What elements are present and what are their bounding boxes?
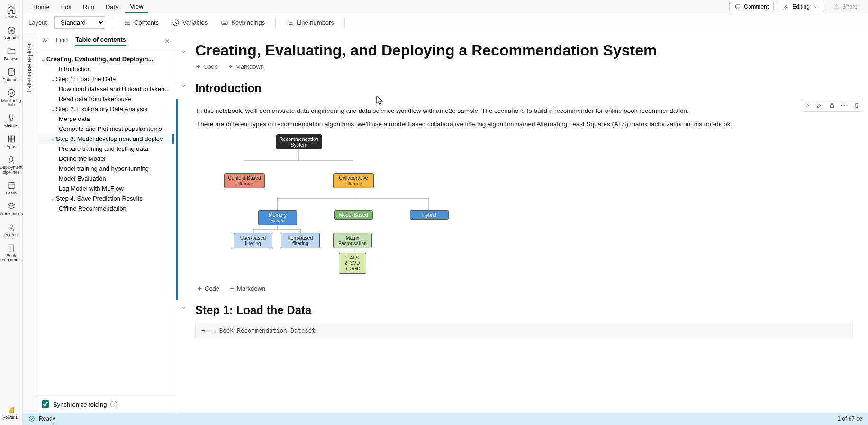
menu-edit[interactable]: Edit — [56, 1, 76, 12]
nav-create[interactable]: Create — [0, 23, 23, 44]
linenumbers-button[interactable]: Line numbers — [283, 19, 337, 27]
svg-rect-17 — [831, 105, 834, 107]
add-code-button[interactable]: Code — [195, 63, 218, 70]
svg-rect-12 — [10, 408, 12, 413]
nav-apps[interactable]: Apps — [0, 131, 23, 152]
plus-icon — [195, 64, 201, 70]
contents-button[interactable]: Contents — [121, 19, 162, 27]
toc-item[interactable]: Prepare training and testing data — [38, 144, 174, 154]
toc-item[interactable]: Offline Recommendation — [38, 203, 174, 213]
svg-point-3 — [10, 92, 12, 94]
diagram-node: User-based filtering — [234, 233, 272, 248]
plus-icon — [229, 286, 235, 292]
svg-rect-5 — [11, 136, 14, 139]
chevron-down-icon: ⌄ — [49, 135, 56, 142]
add-markdown-button[interactable]: Markdown — [227, 63, 264, 70]
nav-powerbi[interactable]: Power BI — [0, 402, 23, 423]
plus-circle-icon — [7, 26, 16, 35]
toc-item[interactable]: ⌄Step 4. Save Prediction Results — [38, 194, 174, 203]
fold-icon[interactable]: ⌄ — [181, 303, 187, 310]
cell-more-icon[interactable]: ⋯ — [839, 100, 850, 111]
chevron-down-icon: ⌄ — [49, 195, 56, 202]
nav-monitoring[interactable]: Monitoring hub — [0, 85, 23, 111]
cell-delete-icon[interactable] — [851, 100, 862, 111]
list-icon — [124, 19, 131, 27]
share-icon — [833, 3, 840, 10]
nav-metrics[interactable]: Metrics — [0, 111, 23, 131]
diagram-node: Matrix Factorisation — [333, 233, 372, 248]
chevron-down-icon — [813, 3, 819, 10]
toc-item[interactable]: Log Model with MLFlow — [38, 184, 174, 194]
layout-select[interactable]: Standard — [54, 16, 105, 29]
toc-tab[interactable]: Table of contents — [75, 36, 126, 46]
cell-edit-icon[interactable] — [814, 100, 825, 111]
collapse-panel-icon[interactable] — [42, 37, 48, 46]
toc-item[interactable]: ⌄Step 1: Load the Data — [38, 74, 174, 84]
find-tab[interactable]: Find — [56, 37, 68, 46]
toc-item[interactable]: ⌄Step 3. Model development and deploy — [38, 134, 174, 144]
plus-icon — [197, 286, 203, 292]
fold-icon[interactable]: ⌄ — [181, 46, 187, 54]
sync-folding-checkbox[interactable] — [42, 400, 49, 408]
home-icon — [7, 5, 16, 14]
variables-button[interactable]: Variables — [169, 19, 210, 27]
toc-item[interactable]: Model training and hyper-tunning — [38, 164, 174, 174]
svg-point-9 — [10, 225, 12, 227]
nav-deployment[interactable]: Deployment pipelines — [0, 152, 23, 178]
close-panel-icon[interactable]: ✕ — [164, 37, 170, 45]
nav-jenetest[interactable]: jenetest — [0, 220, 23, 240]
menu-data[interactable]: Data — [101, 1, 123, 12]
nav-home[interactable]: Home — [0, 2, 23, 23]
toc-root[interactable]: ⌄ Creating, Evaluating, and Deployin... — [38, 54, 174, 64]
svg-point-18 — [29, 416, 35, 422]
menu-home[interactable]: Home — [28, 1, 54, 12]
intro-paragraph: In this notebook, we'll demonstrate data… — [197, 106, 853, 116]
toc-item[interactable]: Download dataset and Upload to lakeh... — [38, 84, 174, 94]
svg-rect-16 — [222, 21, 227, 24]
svg-rect-4 — [8, 136, 11, 139]
layout-label: Layout — [28, 19, 47, 26]
toc-item[interactable]: Merge data — [38, 114, 174, 124]
nav-browse[interactable]: Browse — [0, 44, 23, 65]
comment-icon — [734, 3, 741, 10]
plus-icon — [227, 64, 234, 70]
nav-datahub[interactable]: Data hub — [0, 65, 23, 85]
nav-learn[interactable]: Learn — [0, 178, 23, 199]
add-code-button[interactable]: Code — [197, 285, 219, 292]
trophy-icon — [7, 113, 16, 123]
check-circle-icon — [28, 416, 35, 422]
info-icon[interactable]: i — [110, 401, 117, 407]
pencil-icon — [783, 3, 789, 10]
share-button[interactable]: Share — [828, 1, 862, 12]
diagram-node: 1. ALS 2. SVD 3. SGD — [339, 253, 366, 274]
toc-item[interactable]: Define the Model — [38, 154, 174, 164]
menu-run[interactable]: Run — [78, 1, 99, 12]
nav-workspaces[interactable]: Workspaces — [0, 199, 23, 220]
lakehouse-explorer-strip[interactable]: Lakehouse explorer — [23, 32, 36, 413]
notebook-icon — [7, 243, 16, 253]
add-markdown-button[interactable]: Markdown — [229, 285, 265, 292]
code-output: +--- Book-Recommendation-Dataset — [195, 323, 853, 338]
eye-icon — [7, 88, 16, 98]
keybindings-button[interactable]: Keybindings — [218, 19, 268, 27]
diagram-node: Content Based Filtering — [224, 173, 265, 188]
menu-view[interactable]: View — [125, 1, 148, 13]
fold-icon[interactable]: ⌄ — [181, 81, 187, 88]
toc-item[interactable]: Model Evaluation — [38, 174, 174, 184]
nav-book[interactable]: Book recomme... — [0, 240, 23, 266]
toc-item[interactable]: Compute and Plot most popular items — [38, 124, 174, 134]
toc-item[interactable]: ⌄Step 2. Exploratory Data Analysis — [38, 104, 174, 114]
cell-lock-icon[interactable] — [827, 100, 837, 111]
chevron-down-icon: ⌄ — [49, 75, 56, 83]
cell-run-icon[interactable] — [802, 100, 813, 111]
editing-button[interactable]: Editing — [778, 1, 824, 12]
cell-toolbar: ⋯ — [801, 99, 863, 112]
svg-rect-14 — [736, 5, 740, 8]
chevron-down-icon: ⌄ — [49, 105, 56, 112]
comment-button[interactable]: Comment — [729, 1, 774, 12]
svg-rect-8 — [9, 182, 14, 188]
toc-item[interactable]: Read data from lakehouse — [38, 94, 174, 104]
toc-item[interactable]: Introduction — [38, 64, 174, 74]
user-icon — [7, 222, 16, 232]
numbered-list-icon — [286, 19, 294, 27]
